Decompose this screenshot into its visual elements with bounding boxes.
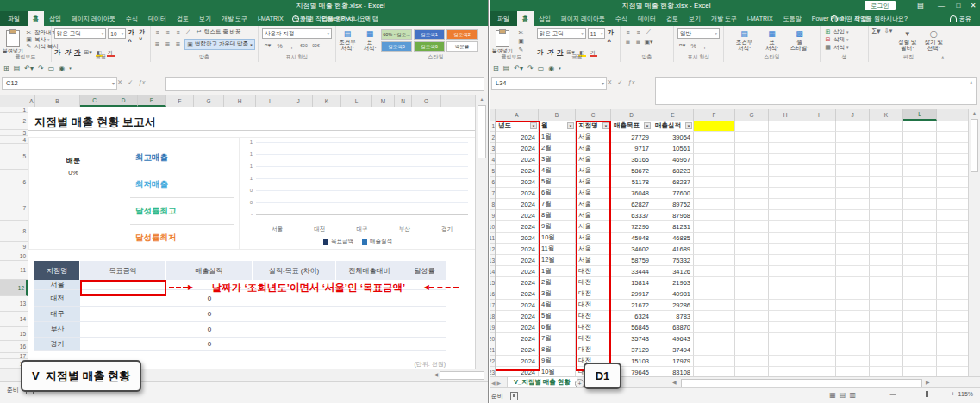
qat-more-icon[interactable]: ▾ bbox=[559, 65, 561, 71]
month-cell[interactable]: 9월 bbox=[539, 221, 576, 232]
diff-cell[interactable] bbox=[253, 338, 336, 351]
ribbon-tab[interactable]: 홈 bbox=[517, 11, 534, 26]
view-mode-icons[interactable]: ▦▤▥ bbox=[829, 391, 859, 399]
row-header[interactable]: 13 bbox=[490, 255, 495, 266]
scroll-thumb[interactable] bbox=[478, 105, 486, 158]
select-all-corner[interactable] bbox=[490, 108, 496, 121]
row-header[interactable]: 10 bbox=[0, 251, 28, 261]
row-header[interactable]: 5 bbox=[490, 165, 495, 177]
actual-cell[interactable]: 46967 bbox=[652, 154, 694, 165]
name-box-dropdown-icon[interactable]: ▾ bbox=[602, 80, 606, 86]
number-format-select[interactable]: 사용자 지정▾ bbox=[262, 28, 332, 39]
font-size-select[interactable]: 11▾ bbox=[588, 28, 606, 39]
align-left-icon[interactable]: ≣ bbox=[153, 41, 161, 48]
target-cell[interactable]: 29917 bbox=[611, 288, 652, 300]
column-header[interactable]: M bbox=[372, 95, 395, 107]
column-header[interactable]: L bbox=[903, 108, 937, 121]
month-cell[interactable]: 6월 bbox=[539, 322, 576, 333]
target-cell[interactable]: 62827 bbox=[611, 199, 652, 210]
ribbon-tab[interactable]: i-MATRIX bbox=[253, 11, 289, 26]
share-cell[interactable] bbox=[336, 322, 403, 338]
column-header[interactable]: B bbox=[539, 108, 576, 121]
align-left-icon[interactable]: ≣ bbox=[624, 39, 632, 46]
ribbon-tab[interactable]: 삽입 bbox=[534, 11, 556, 26]
open-folder-icon[interactable]: ▭ bbox=[538, 65, 545, 72]
diff-cell[interactable] bbox=[253, 307, 336, 322]
ribbon-tab[interactable]: 검토 bbox=[661, 11, 684, 26]
column-header[interactable]: I bbox=[802, 108, 836, 121]
row-header[interactable]: 23 bbox=[490, 367, 495, 376]
row-header[interactable]: 13 bbox=[0, 296, 28, 312]
grow-font-icon[interactable]: 가˄ bbox=[607, 28, 617, 45]
month-cell[interactable]: 12월 bbox=[539, 255, 576, 266]
comma-style-icon[interactable]: , bbox=[288, 42, 296, 49]
column-header[interactable]: C bbox=[576, 108, 611, 121]
column-header[interactable]: C bbox=[80, 95, 109, 107]
target-cell[interactable] bbox=[80, 307, 166, 322]
month-cell[interactable]: 4월 bbox=[539, 165, 576, 177]
actual-cell[interactable]: 0 bbox=[166, 322, 253, 338]
cancel-icon[interactable]: ✕ bbox=[117, 78, 122, 86]
header-target[interactable]: 매출목표▼ bbox=[611, 121, 652, 132]
month-cell[interactable]: 3월 bbox=[539, 154, 576, 165]
actual-cell[interactable]: 34126 bbox=[652, 266, 694, 277]
actual-cell[interactable]: 77600 bbox=[652, 188, 694, 199]
month-cell[interactable]: 7월 bbox=[539, 333, 576, 344]
accounting-format-icon[interactable]: ¤▾ bbox=[264, 42, 272, 49]
merge-center-button[interactable]: ▣ 병합하고 가운데 맞춤 ▾ bbox=[184, 39, 255, 50]
column-header[interactable]: A bbox=[496, 108, 539, 121]
cancel-icon[interactable]: ✕ bbox=[607, 78, 612, 86]
row-header[interactable]: 17 bbox=[490, 300, 495, 311]
scroll-thumb[interactable] bbox=[971, 119, 978, 172]
ribbon-tab[interactable]: 파일 bbox=[0, 11, 28, 26]
ribbon-tab[interactable]: 삽입 bbox=[44, 11, 66, 26]
row-header[interactable]: 5 bbox=[0, 144, 28, 170]
insert-cells-button[interactable]: ⊞삽입 ▾ bbox=[824, 28, 865, 35]
rate-cell[interactable] bbox=[403, 307, 446, 322]
actual-cell[interactable]: 0 bbox=[166, 307, 253, 322]
target-cell[interactable]: 33444 bbox=[611, 266, 652, 277]
sort-filter-button[interactable]: ▼ 정렬 및 필터· bbox=[896, 28, 919, 51]
zoom-level[interactable]: 115% bbox=[958, 391, 973, 397]
conditional-formatting-button[interactable]: ▤ 조건부 서식· bbox=[733, 28, 756, 51]
grow-font-icon[interactable]: 가˄ bbox=[128, 28, 137, 45]
format-cells-button[interactable]: ▦서식 ▾ bbox=[824, 44, 865, 51]
ribbon-tab[interactable]: 페이지 레이아웃 bbox=[556, 11, 610, 26]
row-header[interactable]: 7 bbox=[490, 188, 495, 199]
ribbon-tab[interactable]: 데이터 bbox=[143, 11, 172, 26]
actual-cell[interactable]: 29286 bbox=[652, 300, 694, 311]
month-cell[interactable]: 2월 bbox=[539, 143, 576, 154]
row-header[interactable]: 19 bbox=[490, 322, 495, 333]
format-as-table-button[interactable]: ▦ 표 서식· bbox=[761, 28, 783, 51]
row-header[interactable]: 8 bbox=[490, 199, 495, 210]
actual-cell[interactable]: 17979 bbox=[652, 356, 694, 367]
row-header[interactable]: 15 bbox=[490, 277, 495, 288]
target-cell[interactable]: 34602 bbox=[611, 244, 652, 255]
branch-name-cell[interactable]: 서울 bbox=[34, 280, 80, 290]
target-cell[interactable] bbox=[80, 338, 166, 351]
ribbon-tab[interactable]: 페이지 레이아웃 bbox=[66, 11, 121, 26]
column-header[interactable]: A bbox=[28, 95, 35, 107]
month-cell[interactable]: 3월 bbox=[539, 288, 576, 300]
target-cell[interactable]: 27729 bbox=[611, 132, 652, 143]
align-center-icon[interactable]: ≣ bbox=[164, 41, 172, 48]
login-button[interactable]: 로그인 bbox=[865, 1, 896, 10]
merge-center-icon[interactable]: ▣▾ bbox=[645, 39, 652, 46]
row-header[interactable]: 14 bbox=[0, 312, 28, 327]
close-button[interactable]: ✕ bbox=[966, 0, 980, 11]
share-cell[interactable] bbox=[336, 307, 403, 322]
month-cell[interactable]: 10월 bbox=[539, 367, 576, 376]
align-middle-icon[interactable]: ≡ bbox=[634, 28, 642, 35]
column-header[interactable]: K bbox=[313, 95, 341, 107]
column-header[interactable]: B bbox=[35, 95, 80, 107]
row-header[interactable]: 15 bbox=[0, 327, 28, 341]
maximize-button[interactable]: □ bbox=[952, 0, 965, 11]
row-header[interactable]: 7 bbox=[0, 195, 28, 221]
target-cell[interactable]: 56845 bbox=[611, 322, 652, 333]
actual-cell[interactable]: 8783 bbox=[652, 311, 694, 322]
comma-style-icon[interactable]: , bbox=[701, 42, 708, 49]
month-cell[interactable]: 10월 bbox=[539, 232, 576, 244]
enter-icon[interactable]: ✓ bbox=[617, 78, 622, 86]
font-name-select[interactable]: 맑은 고딕▾ bbox=[54, 28, 106, 39]
row-header[interactable]: 1 bbox=[0, 107, 28, 113]
